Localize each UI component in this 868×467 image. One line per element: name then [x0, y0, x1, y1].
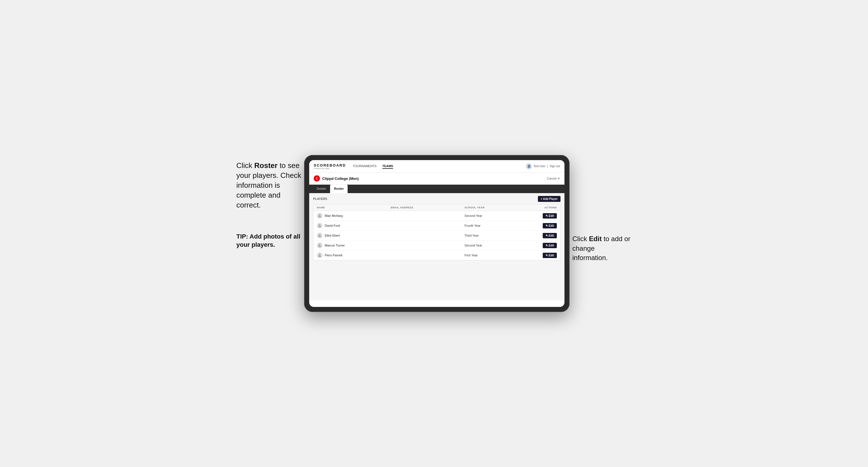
roster-bold: Roster — [254, 161, 278, 170]
svg-point-3 — [319, 244, 320, 246]
col-header-name: NAME — [317, 206, 391, 209]
team-header-left: C Clippd College (Men) — [314, 175, 359, 182]
edit-button[interactable]: ✎ Edit — [543, 213, 557, 219]
tab-roster[interactable]: Roster — [330, 185, 348, 193]
tab-details[interactable]: Details — [313, 185, 330, 193]
cancel-button[interactable]: Cancel ✕ — [547, 177, 560, 180]
col-header-actions: ACTIONS — [520, 206, 557, 209]
tablet-device: SCOREBOARD Powered by clippi TOURNAMENTS… — [304, 155, 569, 312]
player-school-year: Second Year — [465, 244, 520, 247]
player-name: Blair McHarg — [325, 214, 343, 217]
add-player-button[interactable]: + Add Player — [538, 196, 561, 202]
table-row: Marcus Turner Second Year ✎ Edit — [313, 241, 560, 250]
players-table: NAME EMAIL ADDRESS SCHOOL YEAR ACTIONS B… — [313, 204, 560, 260]
tip-annotation-text: TIP: Add photos of all your players. — [236, 232, 304, 249]
avatar — [317, 252, 322, 258]
tab-bar: Details Roster — [309, 185, 564, 193]
tablet-screen: SCOREBOARD Powered by clippi TOURNAMENTS… — [309, 160, 564, 307]
col-header-school-year: SCHOOL YEAR — [465, 206, 520, 209]
edit-annotation-text: Click Edit to add or change information. — [572, 234, 632, 262]
svg-point-2 — [319, 234, 320, 236]
content-area: PLAYERS + Add Player NAME EMAIL ADDRESS … — [309, 193, 564, 301]
edit-button[interactable]: ✎ Edit — [543, 223, 557, 228]
player-name: Piers Parnell — [325, 253, 342, 257]
left-annotation: Click Roster to see your players. Check … — [236, 155, 304, 249]
team-header: C Clippd College (Men) Cancel ✕ — [309, 173, 564, 185]
players-section-label: PLAYERS — [313, 197, 327, 200]
nav-separator: | — [547, 165, 548, 168]
player-school-year: First Year — [465, 253, 520, 257]
nav-tournaments[interactable]: TOURNAMENTS — [353, 164, 377, 169]
player-name-cell: Blair McHarg — [317, 213, 391, 219]
player-actions: ✎ Edit — [520, 233, 557, 238]
team-logo: C — [314, 175, 320, 182]
table-row: Elliot Ebert Third Year ✎ Edit — [313, 231, 560, 241]
edit-bold: Edit — [589, 235, 602, 243]
edit-button[interactable]: ✎ Edit — [543, 243, 557, 248]
table-row: David Ford Fourth Year ✎ Edit — [313, 221, 560, 231]
player-school-year: Third Year — [465, 234, 520, 237]
svg-point-1 — [319, 224, 320, 226]
user-label: Test User — [533, 165, 545, 168]
table-row: Piers Parnell First Year ✎ Edit — [313, 250, 560, 260]
table-row: Blair McHarg Second Year ✎ Edit — [313, 211, 560, 221]
edit-button[interactable]: ✎ Edit — [543, 233, 557, 238]
player-name-cell: David Ford — [317, 223, 391, 228]
player-actions: ✎ Edit — [520, 223, 557, 228]
svg-point-4 — [319, 254, 320, 255]
player-actions: ✎ Edit — [520, 213, 557, 219]
brand-sub: Powered by clippi — [314, 167, 346, 169]
player-name: David Ford — [325, 224, 340, 227]
avatar — [317, 213, 322, 219]
right-annotation: Click Edit to add or change information. — [569, 155, 632, 262]
avatar — [317, 243, 322, 248]
player-name-cell: Marcus Turner — [317, 243, 391, 248]
brand-logo: SCOREBOARD Powered by clippi — [314, 163, 346, 169]
col-header-email: EMAIL ADDRESS — [391, 206, 465, 209]
nav-teams[interactable]: TEAMS — [382, 164, 393, 169]
player-name: Marcus Turner — [325, 244, 345, 247]
brand-name: SCOREBOARD — [314, 163, 346, 167]
user-icon: 👤 — [526, 163, 532, 169]
player-name: Elliot Ebert — [325, 234, 340, 237]
table-header: NAME EMAIL ADDRESS SCHOOL YEAR ACTIONS — [313, 205, 560, 211]
main-annotation-text: Click Roster to see your players. Check … — [236, 161, 304, 210]
svg-point-0 — [319, 214, 320, 216]
team-name: Clippd College (Men) — [322, 177, 359, 181]
avatar — [317, 223, 322, 228]
player-actions: ✎ Edit — [520, 243, 557, 248]
player-school-year: Fourth Year — [465, 224, 520, 227]
avatar — [317, 232, 322, 238]
edit-button[interactable]: ✎ Edit — [543, 253, 557, 258]
sign-out-link[interactable]: Sign out — [550, 165, 560, 168]
player-name-cell: Elliot Ebert — [317, 232, 391, 238]
players-header-row: PLAYERS + Add Player — [313, 196, 560, 202]
player-actions: ✎ Edit — [520, 253, 557, 258]
player-name-cell: Piers Parnell — [317, 252, 391, 258]
nav-right: 👤 Test User | Sign out — [526, 163, 560, 169]
nav-links: TOURNAMENTS TEAMS — [353, 164, 526, 169]
player-school-year: Second Year — [465, 214, 520, 217]
app-navbar: SCOREBOARD Powered by clippi TOURNAMENTS… — [309, 160, 564, 173]
